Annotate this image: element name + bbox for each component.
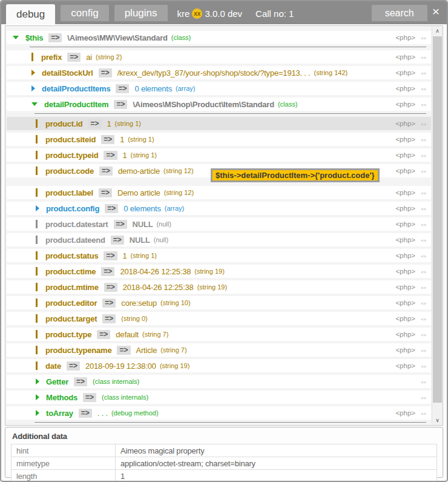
php-source-icon[interactable]: <php> xyxy=(395,69,415,76)
php-source-icon[interactable]: <php> xyxy=(395,34,415,41)
tree-row-product.datestart[interactable]: product.datestart=>NULL(null)<php>⇔ xyxy=(7,217,431,231)
tab-config[interactable]: config xyxy=(61,5,108,21)
caret-down-icon[interactable] xyxy=(31,102,38,106)
php-source-icon[interactable]: <php> xyxy=(395,101,415,108)
php-source-icon[interactable]: <php> xyxy=(395,136,415,143)
tab-debug[interactable]: debug xyxy=(6,4,55,24)
swap-arrows-icon[interactable]: ⇔ xyxy=(420,85,427,93)
php-source-icon[interactable]: <php> xyxy=(395,120,415,127)
caret-down-icon[interactable] xyxy=(13,36,19,39)
swap-arrows-icon[interactable]: ⇔ xyxy=(420,220,427,228)
caret-right-icon[interactable] xyxy=(36,394,39,400)
assign-operator: => xyxy=(114,220,127,229)
tree-row-detailStockUrl[interactable]: detailStockUrl=>/krexx_dev/typ3_87/your-… xyxy=(7,66,431,79)
swap-arrows-icon[interactable]: ⇔ xyxy=(420,409,427,417)
close-icon[interactable]: × xyxy=(427,5,447,18)
tree-row-Getter[interactable]: Getter=>(class internals)⇔ xyxy=(7,375,431,388)
tree-row-detailProductItem[interactable]: detailProductItem=>\Aimeos\MShop\Product… xyxy=(7,97,431,111)
php-source-icon[interactable]: <php> xyxy=(395,315,415,322)
tree-row-date[interactable]: date=>2018-09-19 12:38:00(string 19)<php… xyxy=(7,359,431,372)
tree-row-product.editor[interactable]: product.editor=>core:setup(string 10)<ph… xyxy=(7,296,431,309)
php-source-icon[interactable]: <php> xyxy=(395,151,415,159)
dump-scroll-area: $this=>\Aimeos\MW\View\Standard(class)<p… xyxy=(5,25,443,426)
php-source-icon[interactable]: <php> xyxy=(395,85,415,92)
tree-row-product.typename[interactable]: product.typename=>Article(string 7)<php>… xyxy=(7,343,431,357)
php-source-icon[interactable]: <php> xyxy=(395,268,415,275)
swap-arrows-icon[interactable]: ⇔ xyxy=(420,315,427,323)
tree-row-Methods[interactable]: Methods=>(class internals)⇔ xyxy=(7,391,431,404)
tree-row-product.typeid[interactable]: product.typeid=>1(string 1)<php>⇔ xyxy=(7,148,431,162)
scrollbar[interactable]: ∧ ∨ xyxy=(432,26,443,425)
property-value: 2018-04-26 12:25:38 xyxy=(120,267,191,276)
caret-right-icon[interactable] xyxy=(31,85,35,91)
swap-arrows-icon[interactable]: ⇔ xyxy=(420,362,427,370)
caret-right-icon[interactable] xyxy=(36,378,39,385)
php-source-icon[interactable]: <php> xyxy=(395,346,415,354)
swap-arrows-icon[interactable]: ⇔ xyxy=(420,101,427,108)
tab-plugins[interactable]: plugins xyxy=(114,5,168,21)
property-marker xyxy=(36,314,38,323)
property-name: product.typeid xyxy=(45,151,98,160)
swap-arrows-icon[interactable]: ⇔ xyxy=(420,53,427,61)
php-source-icon[interactable]: <php> xyxy=(395,331,415,338)
swap-arrows-icon[interactable]: ⇔ xyxy=(420,167,427,175)
swap-arrows-icon[interactable]: ⇔ xyxy=(420,151,427,159)
swap-arrows-icon[interactable]: ⇔ xyxy=(420,34,427,42)
property-marker xyxy=(36,151,38,159)
swap-arrows-icon[interactable]: ⇔ xyxy=(420,189,427,197)
php-source-icon[interactable]: <php> xyxy=(395,220,415,228)
property-name: product.mtime xyxy=(45,283,99,292)
scroll-down-button[interactable]: ∨ xyxy=(432,415,443,425)
tree-row-product.config[interactable]: product.config=>0 elements(array)<php>⇔ xyxy=(7,202,431,215)
tree-row-prefix[interactable]: prefix=>ai(string 2)<php>⇔ xyxy=(7,50,431,64)
swap-arrows-icon[interactable]: ⇔ xyxy=(420,205,427,213)
tree-row-$this[interactable]: $this=>\Aimeos\MW\View\Standard(class)<p… xyxy=(7,31,431,44)
php-source-icon[interactable]: <php> xyxy=(395,53,415,61)
caret-right-icon[interactable] xyxy=(36,410,39,416)
swap-arrows-icon[interactable]: ⇔ xyxy=(420,331,427,338)
php-source-icon[interactable]: <php> xyxy=(395,409,415,417)
tree-row-product.dateend[interactable]: product.dateend=>NULL(null)<php>⇔ xyxy=(7,233,431,246)
tree-row-product.siteid[interactable]: product.siteid=>1(string 1)<php>⇔ xyxy=(7,133,431,146)
php-source-icon[interactable]: <php> xyxy=(395,362,415,369)
tree-row-product.label[interactable]: product.label=>Demo article(string 12)<p… xyxy=(7,186,431,199)
swap-arrows-icon[interactable]: ⇔ xyxy=(420,69,427,77)
tree-row-product.target[interactable]: product.target=>(string 0)<php>⇔ xyxy=(7,312,431,325)
search-button[interactable]: search xyxy=(372,5,427,21)
swap-arrows-icon[interactable]: ⇔ xyxy=(420,268,427,276)
swap-arrows-icon[interactable]: ⇔ xyxy=(420,346,427,354)
scroll-up-button[interactable]: ∧ xyxy=(432,26,443,36)
swap-arrows-icon[interactable]: ⇔ xyxy=(420,252,427,260)
swap-arrows-icon[interactable]: ⇔ xyxy=(420,283,427,291)
php-source-icon[interactable]: <php> xyxy=(395,252,415,259)
tree-row-product.status[interactable]: product.status=>1(string 1)<php>⇔ xyxy=(7,249,431,262)
tree-row-toArray[interactable]: toArray=>. . .(debug method)<php>⇔ xyxy=(7,406,431,420)
tree-row-product.mtime[interactable]: product.mtime=>2018-04-26 12:25:38(strin… xyxy=(7,280,431,294)
php-source-icon[interactable]: <php> xyxy=(395,283,415,291)
property-name: detailStockUrl xyxy=(42,68,93,78)
php-source-icon[interactable]: <php> xyxy=(395,167,415,174)
php-source-icon[interactable]: <php> xyxy=(395,205,415,212)
tree-row-product.type[interactable]: product.type=>default(string 7)<php>⇔ xyxy=(7,328,431,341)
assign-operator: => xyxy=(104,151,117,160)
scrollbar-thumb[interactable] xyxy=(433,36,442,403)
php-source-icon[interactable]: <php> xyxy=(395,189,415,196)
caret-right-icon[interactable] xyxy=(31,70,35,76)
caret-right-icon[interactable] xyxy=(36,205,39,211)
swap-arrows-icon[interactable]: ⇔ xyxy=(420,136,427,144)
swap-arrows-icon[interactable]: ⇔ xyxy=(420,236,427,244)
tree-row-product.ctime[interactable]: product.ctime=>2018-04-26 12:25:38(strin… xyxy=(7,265,431,278)
swap-arrows-icon[interactable]: ⇔ xyxy=(420,299,427,307)
assign-operator: => xyxy=(102,299,116,308)
tree-row-product.id[interactable]: product.id=>1(string 1)<php>⇔ xyxy=(7,117,431,130)
swap-arrows-icon[interactable]: ⇔ xyxy=(420,120,427,128)
swap-arrows-icon[interactable]: ⇔ xyxy=(420,378,427,386)
version-label: 3.0.0 dev xyxy=(205,8,242,19)
php-source-icon[interactable]: <php> xyxy=(395,236,415,243)
swap-arrows-icon[interactable]: ⇔ xyxy=(420,394,427,401)
property-marker xyxy=(36,299,38,307)
php-source-icon[interactable]: <php> xyxy=(395,299,415,306)
tree-row-product.code[interactable]: product.code=>demo-article(string 12)<ph… xyxy=(7,164,431,177)
additional-value-cell: Aimeos magical property xyxy=(116,444,437,457)
tree-row-detailProductItems[interactable]: detailProductItems=>0 elements(array)<ph… xyxy=(7,82,431,95)
